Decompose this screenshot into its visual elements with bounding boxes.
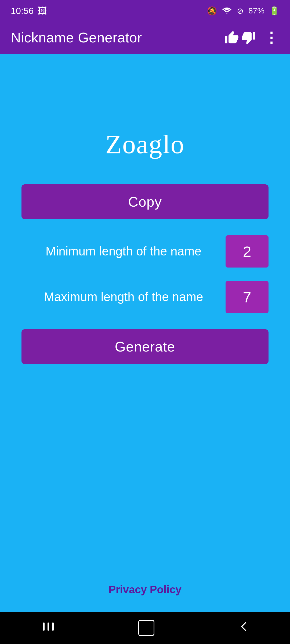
more-options-button[interactable]: ⋮ [264,29,279,46]
max-length-row: Maximum length of the name 7 [21,281,269,313]
app-title: Nickname Generator [11,30,142,46]
recents-button[interactable] [34,617,63,639]
copy-button[interactable]: Copy [21,184,269,219]
status-left: 10:56 🖼 [11,6,47,16]
min-length-row: Minimum length of the name 2 [21,235,269,268]
gallery-icon: 🖼 [38,6,47,16]
min-length-value[interactable]: 2 [226,235,269,268]
battery-icon: 🔋 [269,6,279,16]
rate-button[interactable] [224,30,256,45]
min-length-label: Minimum length of the name [21,243,226,259]
main-content: Zoaglo Copy Minimum length of the name 2… [0,54,290,612]
nav-bar [0,612,290,644]
generate-button[interactable]: Generate [21,329,269,364]
home-icon [138,620,154,636]
app-bar-actions: ⋮ [224,29,279,46]
svg-point-0 [226,13,227,14]
thumbs-down-icon [241,30,256,45]
status-bar: 10:56 🖼 🔕 ⊘ 87% 🔋 [0,0,290,21]
status-right: 🔕 ⊘ 87% 🔋 [207,6,279,16]
app-bar: Nickname Generator ⋮ [0,21,290,54]
dnd-icon: ⊘ [237,6,244,16]
recents-icon [42,620,55,633]
mute-icon: 🔕 [207,6,217,16]
status-time: 10:56 [11,6,34,16]
max-length-label: Maximum length of the name [21,289,226,305]
svg-rect-3 [52,623,54,631]
home-button[interactable] [130,617,162,639]
back-icon [238,620,248,633]
back-button[interactable] [230,617,256,639]
privacy-policy-link[interactable]: Privacy Policy [108,584,181,612]
svg-rect-1 [43,623,45,631]
max-length-value[interactable]: 7 [226,281,269,313]
generated-name: Zoaglo [105,129,184,159]
wifi-icon [222,6,232,16]
thumbs-up-icon [224,30,239,45]
svg-rect-2 [48,623,49,631]
generated-name-container: Zoaglo [21,129,269,168]
battery-text: 87% [248,6,264,15]
